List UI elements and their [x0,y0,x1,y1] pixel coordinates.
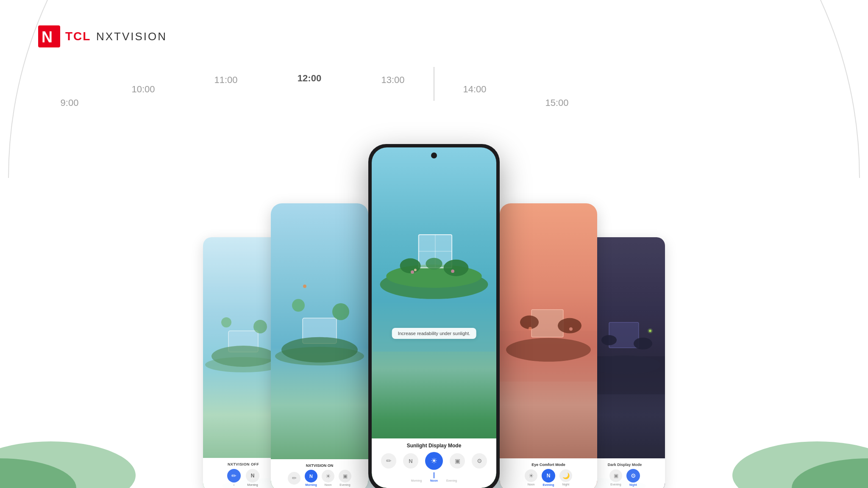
icon-film-center[interactable]: ▣ [450,453,465,469]
svg-text:11:00: 11:00 [214,75,237,85]
svg-point-148 [444,260,469,276]
screen-evening: Eye Comfort Mode ☀ Noon N Evening 🌙 Nigh… [500,203,597,488]
noon-indicator [434,472,434,478]
night-label-e: Night [562,483,569,486]
icon-n-off[interactable]: N Morning [246,469,259,486]
film-night-icon: ▣ [609,469,622,482]
icon-pen-off[interactable]: ✏ • [227,469,241,486]
n-blue-icon: N [305,470,317,482]
svg-point-132 [211,346,275,367]
scene-noon [372,147,496,352]
morning-label-off: Morning [247,483,258,486]
icon-n-eve[interactable]: N Evening [542,469,555,486]
svg-point-159 [569,327,573,331]
svg-point-152 [451,269,454,273]
svg-point-140 [303,285,306,288]
evening-label-e: Evening [542,483,554,486]
logo-area: N TCL NXTVISION [38,25,167,47]
svg-text:14:00: 14:00 [463,84,486,94]
svg-point-133 [221,317,231,327]
noon-label-m: Noon [325,483,332,486]
dial-noon: Noon [430,472,438,482]
center-phone-notch [431,152,437,158]
film-center-icon: ▣ [450,453,465,469]
icon-n-center[interactable]: N [403,453,418,469]
svg-point-151 [414,269,417,271]
svg-text:12:00: 12:00 [298,73,321,83]
icons-row-night: ▣ Evening ⚙ Night [609,469,640,486]
gear-center-icon: ⚙ [472,453,487,469]
pen-center-icon: ✏ [381,453,396,469]
icon-pen-morning[interactable]: ✏ [288,472,300,485]
svg-point-163 [601,335,617,345]
svg-point-149 [426,258,442,269]
svg-text:9:00: 9:00 [61,97,79,108]
center-icons-main: ✏ N ☀ ▣ ⚙ [375,452,493,470]
sun-morning-icon: ☀ [322,470,334,482]
svg-point-157 [558,318,581,333]
nxtvision-on-label: NXTVISION ON [306,463,334,468]
svg-point-166 [648,328,653,333]
svg-text:15:00: 15:00 [545,97,568,108]
evening-label-n: Evening [610,483,621,486]
scene-morning [271,203,368,382]
sun-center-icon: ☀ [425,452,443,470]
nxtvision-brand-label: NXTVISION [96,30,167,43]
pen-icon: ✏ [227,469,241,482]
moon-night-icon: ⚙ [626,469,640,482]
svg-point-156 [520,316,539,329]
pen-morning-icon: ✏ [288,472,300,485]
n-center-icon: N [403,453,418,469]
svg-point-134 [253,320,267,333]
nxtvision-off-label: NXTVISION OFF [228,462,259,466]
sunlight-tooltip: Increase readability under sunlight. [392,328,476,339]
icon-film-morning[interactable]: ▣ Evening [339,470,351,486]
icon-film-night[interactable]: ▣ Evening [609,469,622,486]
bottom-ui-morning: NXTVISION ON ✏ N Morning ☀ Noon ▣ Evenin… [271,459,368,488]
icon-moon-eve[interactable]: 🌙 Night [559,469,572,486]
center-mode-title: Sunlight Display Mode [375,443,493,449]
icons-row-off: ✏ • N Morning [227,469,259,486]
dial-evening: Evening [446,479,457,482]
svg-text:13:00: 13:00 [381,75,404,85]
time-indicator-line [434,67,434,101]
icon-pen-center[interactable]: ✏ [381,453,396,469]
icon-sun-center[interactable]: ☀ [425,452,443,470]
svg-point-154 [506,338,591,362]
tcl-brand-label: TCL [65,30,91,43]
svg-point-158 [529,327,532,330]
moon-eve-icon: 🌙 [559,469,572,482]
svg-point-138 [292,299,305,312]
icon-n-morning[interactable]: N Morning [305,470,317,486]
icon-sun-eve[interactable]: ☀ Noon [525,469,537,486]
icons-row-morning: ✏ N Morning ☀ Noon ▣ Evening [288,470,351,486]
sun-eve-icon: ☀ [525,469,537,482]
scene-evening [500,203,597,382]
svg-point-139 [332,303,349,320]
bottom-ui-evening: Eye Comfort Mode ☀ Noon N Evening 🌙 Nigh… [500,458,597,488]
svg-text:N: N [42,28,53,46]
eye-comfort-label: Eye Comfort Mode [531,463,565,467]
morning-label: Morning [305,483,317,486]
noon-label-e: Noon [528,483,535,486]
svg-point-147 [400,258,421,273]
svg-point-161 [589,355,661,374]
dark-mode-label: Dark Display Mode [608,463,642,467]
night-label-n: Night [629,483,637,486]
svg-text:10:00: 10:00 [131,84,155,94]
center-phone-screen: Increase readability under sunlight. Sun… [372,147,496,488]
n-eve-icon: N [542,469,555,482]
evening-label-m: Evening [339,483,350,486]
film-morning-icon: ▣ [339,470,351,482]
svg-point-137 [281,337,358,363]
n-icon: N [246,469,259,482]
pen-label: • [234,483,234,486]
center-dial-row: Morning Noon Evening [375,472,493,482]
icons-row-evening: ☀ Noon N Evening 🌙 Night [525,469,572,486]
dial-morning: Morning [411,479,422,482]
icon-sun-morning[interactable]: ☀ Noon [322,470,334,486]
svg-point-150 [411,270,414,274]
screens-container: NXTVISION OFF ✏ • N Morning [0,119,868,488]
icon-moon-night[interactable]: ⚙ Night [626,469,640,486]
icon-gear-center[interactable]: ⚙ [472,453,487,469]
